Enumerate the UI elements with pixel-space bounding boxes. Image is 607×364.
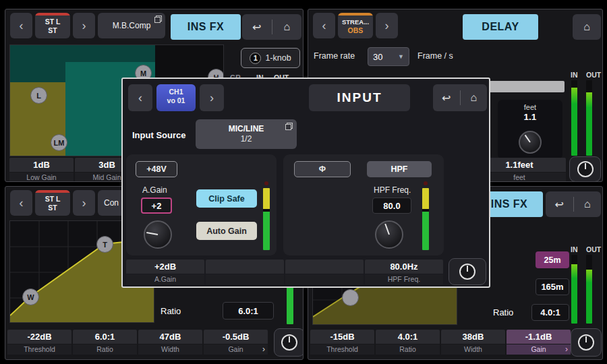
input-source-line1: MIC/LINE [229, 124, 264, 134]
back-button[interactable]: ‹ [313, 13, 335, 38]
threshold-node[interactable]: T [96, 236, 113, 253]
footer-cell[interactable]: -22dB Threshold [7, 330, 71, 355]
footer-label: Low Gain [9, 173, 74, 182]
channel-name: ST L [45, 195, 61, 204]
channel-select-button[interactable]: CH1 vo 01 [156, 84, 196, 111]
channel-select-button[interactable]: STREA... OBS [338, 13, 373, 38]
more-arrow-icon[interactable]: › [565, 344, 568, 355]
frame-rate-value: 30 [373, 52, 382, 62]
again-value[interactable]: +2 [141, 198, 172, 214]
footer-value: 38dB [441, 330, 505, 344]
home-button[interactable]: ⌂ [574, 21, 600, 33]
band-node-lowmid[interactable]: LM [51, 134, 67, 151]
chevron-down-icon: ▼ [398, 53, 404, 60]
auto-gain-button[interactable]: Auto Gain [196, 222, 257, 240]
footer-cell[interactable]: 80.0Hz HPF Freq. [365, 260, 443, 284]
back-button[interactable]: ‹ [128, 84, 152, 111]
footer-label-text: Gain [531, 345, 546, 353]
input-source-line2: 1/2 [241, 134, 252, 144]
footer-cell[interactable]: 1dB Low Gain [9, 158, 74, 182]
back-button[interactable]: ‹ [10, 13, 32, 38]
nav-box: ↩ ⌂ [546, 191, 601, 217]
band-node-mid-label: M [140, 69, 146, 78]
frame-rate-dropdown[interactable]: 30 ▼ [368, 47, 409, 66]
screen-title-label: INS FX [491, 198, 528, 210]
clock-icon [578, 334, 594, 351]
band-node-low[interactable]: L [30, 87, 47, 104]
ratio-label: Ratio [493, 307, 513, 317]
channel-select-button[interactable]: ST L ST [35, 13, 70, 38]
footer-value: -0.5dB [204, 330, 268, 344]
meter-fill [263, 188, 270, 250]
preset-button[interactable]: M.B.Comp [98, 13, 165, 38]
home-button[interactable]: ⌂ [575, 198, 600, 210]
screen-title-label: DELAY [482, 21, 519, 33]
channel-select-button[interactable]: ST L ST [35, 190, 70, 216]
ratio-value[interactable]: 6.0:1 [223, 302, 274, 320]
footer-cell[interactable]: 47dB Width [138, 330, 202, 355]
param-attack-value[interactable]: 25m [536, 251, 569, 268]
ratio-value[interactable]: 4.0:1 [531, 304, 569, 321]
forward-icon: › [210, 91, 214, 105]
footer-cell[interactable]: -1.1dB Gain› [507, 330, 571, 355]
clock-knob-button[interactable] [449, 258, 486, 285]
delay-knob[interactable] [519, 131, 542, 154]
one-knob-label: 1-knob [265, 53, 291, 63]
back-button[interactable]: ‹ [10, 190, 32, 216]
forward-button[interactable]: › [73, 13, 95, 38]
channel-name2: OBS [348, 26, 364, 35]
one-knob-button[interactable]: 1 1-knob [241, 48, 300, 68]
channel-name2: ST [48, 204, 57, 212]
nav-box: ↩ ⌂ [242, 14, 301, 40]
hpf-knob[interactable] [375, 220, 403, 249]
screen-title: INS FX [171, 14, 241, 40]
footer-label: HPF Freq. [365, 274, 443, 284]
footer-label-text: Gain [228, 345, 243, 353]
footer-cell[interactable]: 6.0:1 Ratio [73, 330, 137, 355]
footer-label: Width [441, 344, 505, 355]
home-button[interactable]: ⌂ [274, 21, 299, 33]
footer-cell[interactable]: 4.0:1 Ratio [376, 330, 440, 355]
phantom-48v-label: +48V [146, 164, 167, 174]
delay-param-box[interactable]: feet 1.1 [498, 100, 562, 159]
nav-box: ⌂ [573, 14, 601, 40]
clock-knob-button[interactable] [274, 328, 304, 357]
undo-button[interactable]: ↩ [244, 21, 270, 34]
more-arrow-icon[interactable]: › [262, 344, 265, 355]
footer-label [285, 274, 364, 284]
ratio-value-label: 4.0:1 [540, 307, 560, 317]
preset-label: M.B.Comp [113, 21, 151, 30]
footer-cell[interactable]: -0.5dB Gain› [204, 330, 268, 355]
phantom-48v-button[interactable]: +48V [136, 161, 177, 177]
hpf-freq-value[interactable]: 80.0 [372, 198, 411, 214]
undo-button[interactable]: ↩ [546, 198, 572, 211]
width-node[interactable]: W [22, 289, 39, 305]
footer-cell[interactable]: -15dB Threshold [310, 330, 374, 355]
input-source-label: Input Source [132, 130, 185, 140]
hpf-button[interactable]: HPF [367, 161, 432, 177]
forward-button[interactable]: › [73, 190, 95, 216]
clock-knob-button[interactable] [571, 328, 602, 357]
param-release-value[interactable]: 165m [536, 278, 569, 295]
phase-button[interactable]: Φ [294, 161, 351, 177]
footer-cell[interactable]: +2dB A.Gain [126, 260, 204, 284]
forward-icon: › [82, 19, 86, 33]
footer-cell[interactable] [206, 260, 284, 284]
out-level-meter [586, 80, 592, 156]
forward-button[interactable]: › [376, 13, 398, 38]
param-value-label: 165m [541, 282, 563, 292]
clock-knob-button[interactable] [569, 156, 601, 182]
footer-cell[interactable]: 38dB Width [441, 330, 505, 355]
clock-icon [281, 334, 297, 351]
footer-value: -15dB [310, 330, 374, 344]
undo-button[interactable]: ↩ [434, 92, 459, 104]
clip-safe-button[interactable]: Clip Safe [196, 189, 257, 208]
hpf-freq-label: HPF Freq. [374, 185, 411, 195]
forward-button[interactable]: › [200, 84, 224, 111]
again-knob[interactable] [144, 220, 172, 249]
footer-cell[interactable] [285, 260, 364, 284]
footer-label: Width [138, 344, 202, 355]
home-button[interactable]: ⌂ [461, 92, 486, 104]
input-source-button[interactable]: MIC/LINE 1/2 [196, 119, 297, 149]
width-node[interactable] [342, 289, 359, 306]
